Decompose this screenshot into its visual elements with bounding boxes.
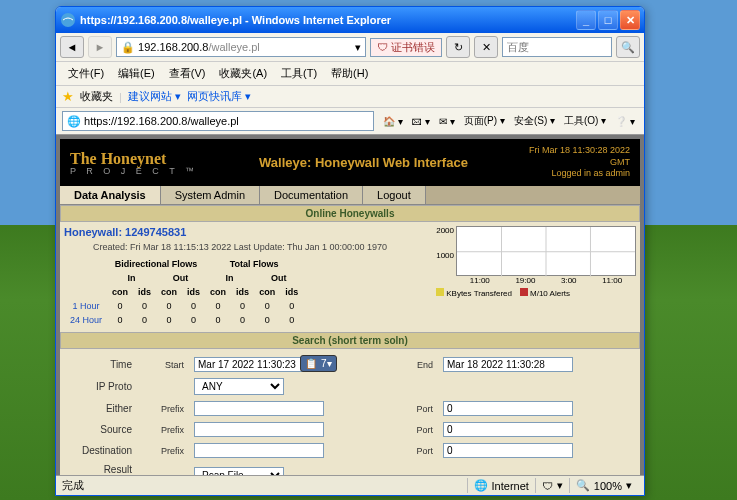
ie-window: https://192.168.200.8/walleye.pl - Windo…	[55, 6, 645, 496]
menubar: 文件(F) 编辑(E) 查看(V) 收藏夹(A) 工具(T) 帮助(H)	[56, 62, 644, 86]
titlebar-text: https://192.168.200.8/walleye.pl - Windo…	[80, 14, 576, 26]
safety-menu[interactable]: 安全(S) ▾	[511, 113, 558, 129]
menu-file[interactable]: 文件(F)	[62, 64, 110, 83]
back-button[interactable]: ◄	[60, 36, 84, 58]
zone-label: Internet	[492, 480, 529, 492]
zoom-icon: 🔍	[576, 479, 590, 492]
zoom-control[interactable]: 🔍100%▾	[569, 478, 638, 493]
status-done: 完成	[62, 478, 467, 493]
refresh-button[interactable]: ↻	[446, 36, 470, 58]
honeynet-banner: The Honeynet P R O J E C T ™ Walleye: Ho…	[60, 139, 640, 186]
search-form: Time Start 📋7▾ End IP Proto ANY	[60, 349, 640, 475]
login-status: Fri Mar 18 11:30:28 2022 GMT Logged in a…	[529, 145, 630, 180]
autocomplete-popup[interactable]: 📋7▾	[300, 355, 337, 372]
cert-error[interactable]: 🛡证书错误	[370, 38, 442, 57]
flows-chart: 11:0019:003:0011:00	[456, 226, 636, 276]
maximize-button[interactable]: □	[598, 10, 618, 30]
minimize-button[interactable]: _	[576, 10, 596, 30]
honeywalls-panel: Honeywall: 1249745831 Created: Fri Mar 1…	[60, 222, 640, 332]
titlebar[interactable]: https://192.168.200.8/walleye.pl - Windo…	[56, 7, 644, 33]
page-title: Walleye: Honeywall Web Interface	[198, 155, 529, 170]
protected-mode-icon: 🛡	[542, 480, 553, 492]
web-slice-link[interactable]: 网页快讯库 ▾	[187, 89, 251, 104]
source-prefix-input[interactable]	[194, 422, 324, 437]
dest-port-input[interactable]	[443, 443, 573, 458]
home-button[interactable]: 🏠 ▾	[380, 115, 406, 128]
tab-row: 🌐 https://192.168.200.8/walleye.pl 🏠 ▾ 🖂…	[56, 108, 644, 135]
search-header: Search (short term soln)	[60, 332, 640, 349]
tab-data-analysis[interactable]: Data Analysis	[60, 186, 161, 204]
page-content: The Honeynet P R O J E C T ™ Walleye: Ho…	[56, 135, 644, 475]
forward-button[interactable]: ►	[88, 36, 112, 58]
flows-table: Bidirectional FlowsTotal Flows InOutInOu…	[64, 256, 304, 328]
chart-legend: KBytes Transfered M/10 Alerts	[436, 288, 636, 298]
page-tools: 🏠 ▾ 🖂 ▾ ✉ ▾ 页面(P) ▾ 安全(S) ▾ 工具(O) ▾ ❔ ▾	[380, 113, 638, 129]
logo-subtitle: P R O J E C T ™	[70, 166, 198, 176]
globe-icon: 🌐	[474, 479, 488, 492]
tab-logout[interactable]: Logout	[363, 186, 426, 204]
honeywall-link[interactable]: Honeywall: 1249745831	[64, 226, 186, 238]
menu-edit[interactable]: 编辑(E)	[112, 64, 161, 83]
search-button[interactable]: 🔍	[616, 36, 640, 58]
page-menu[interactable]: 页面(P) ▾	[461, 113, 508, 129]
menu-view[interactable]: 查看(V)	[163, 64, 212, 83]
ip-proto-select[interactable]: ANY	[194, 378, 284, 395]
shield-icon: 🛡	[377, 41, 388, 53]
feed-button[interactable]: 🖂 ▾	[409, 115, 433, 128]
address-bar[interactable]: 🔒 192.168.200.8 /walleye.pl ▾	[116, 37, 366, 57]
tab-address[interactable]: 🌐 https://192.168.200.8/walleye.pl	[62, 111, 374, 131]
source-port-input[interactable]	[443, 422, 573, 437]
favorites-bar: ★ 收藏夹 | 建议网站 ▾ 网页快讯库 ▾	[56, 86, 644, 108]
search-input[interactable]	[502, 37, 612, 57]
tab-documentation[interactable]: Documentation	[260, 186, 363, 204]
favorites-label[interactable]: 收藏夹	[80, 89, 113, 104]
mail-button[interactable]: ✉ ▾	[436, 115, 458, 128]
result-format-select[interactable]: Pcap File	[194, 467, 284, 475]
either-port-input[interactable]	[443, 401, 573, 416]
ie-page-icon: 🌐	[67, 115, 81, 128]
online-honeywalls-header: Online Honeywalls	[60, 205, 640, 222]
menu-tools[interactable]: 工具(T)	[275, 64, 323, 83]
tab-system-admin[interactable]: System Admin	[161, 186, 260, 204]
stop-button[interactable]: ✕	[474, 36, 498, 58]
close-button[interactable]: ✕	[620, 10, 640, 30]
end-time-input[interactable]	[443, 357, 573, 372]
help-button[interactable]: ❔ ▾	[612, 115, 638, 128]
dest-prefix-input[interactable]	[194, 443, 324, 458]
menu-favorites[interactable]: 收藏夹(A)	[213, 64, 273, 83]
created-text: Created: Fri Mar 18 11:15:13 2022 Last U…	[64, 242, 416, 252]
ie-icon	[60, 12, 76, 28]
favorites-star-icon[interactable]: ★	[62, 89, 74, 104]
suggested-sites-link[interactable]: 建议网站 ▾	[128, 89, 181, 104]
main-tabs: Data Analysis System Admin Documentation…	[60, 186, 640, 205]
menu-help[interactable]: 帮助(H)	[325, 64, 374, 83]
tools-menu[interactable]: 工具(O) ▾	[561, 113, 609, 129]
either-prefix-input[interactable]	[194, 401, 324, 416]
statusbar: 完成 🌐Internet 🛡▾ 🔍100%▾	[56, 475, 644, 495]
address-row: ◄ ► 🔒 192.168.200.8 /walleye.pl ▾ 🛡证书错误 …	[56, 33, 644, 62]
